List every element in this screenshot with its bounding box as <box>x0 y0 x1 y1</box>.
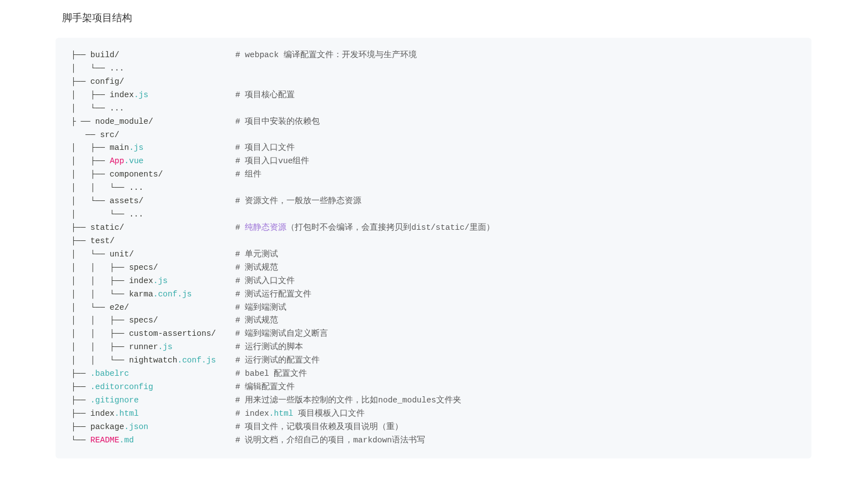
tree-segment-cmt: # 运行测试的配置文件 <box>235 356 320 365</box>
tree-segment-path: │ ├── <box>71 157 110 165</box>
tree-segment-path: / <box>114 130 119 139</box>
tree-line: │ └── ... <box>71 62 796 75</box>
tree-segment-cmt: # 单元测试 <box>235 250 278 259</box>
tree-segment-cmt: # 测试入口文件 <box>235 276 295 285</box>
tree-segment-cmt: # 项目入口文件 <box>235 143 295 152</box>
document-container: 脚手架项目结构 ├── build/ # webpack 编译配置文件：开发环境… <box>0 0 867 470</box>
tree-segment-path: / <box>153 263 235 272</box>
tree-segment-path: │ └── ... <box>71 210 144 219</box>
tree-segment-str: App <box>110 157 124 165</box>
tree-line: │ │ ├── specs/ # 测试规范 <box>71 261 796 275</box>
tree-line: │ │ ├── index.js # 测试入口文件 <box>71 275 796 288</box>
tree-segment-path: test <box>90 236 110 245</box>
tree-segment-path: / <box>129 250 235 259</box>
tree-line: │ ├── App.vue # 项目入口vue组件 <box>71 155 796 168</box>
tree-segment-path: │ │ └── karma <box>71 290 153 299</box>
tree-segment-cmt: # <box>235 223 245 232</box>
tree-segment-attr: .js <box>201 356 216 365</box>
tree-segment-path: │ │ ├── runner <box>71 342 158 351</box>
tree-segment-path: / <box>114 51 235 59</box>
tree-segment-path: │ ├── index <box>71 90 134 99</box>
tree-line: ├── index.html # index.html 项目模板入口文件 <box>71 407 796 421</box>
tree-segment-attr: .conf <box>177 356 201 365</box>
tree-segment-path <box>139 409 235 418</box>
tree-segment-path: │ └── ... <box>71 104 124 113</box>
tree-segment-attr: .js <box>153 276 168 285</box>
tree-segment-cmt: # webpack 编译配置文件：开发环境与生产环境 <box>235 51 417 59</box>
tree-segment-path: / <box>110 236 115 245</box>
tree-segment-path: │ └── e2e <box>71 303 124 312</box>
tree-segment-path: │ │ ├── custom-assertions <box>71 329 211 338</box>
tree-line: │ ├── index.js # 项目核心配置 <box>71 89 796 102</box>
tree-segment-cmt: # 说明文档，介绍自己的项目，markdown语法书写 <box>235 436 425 445</box>
tree-segment-path: │ │ └── ... <box>71 183 144 192</box>
tree-segment-path: │ └── assets <box>71 196 139 205</box>
tree-line: ├── .babelrc # babel 配置文件 <box>71 367 796 381</box>
tree-segment-path <box>144 157 235 165</box>
tree-line: ├── .gitignore # 用来过滤一些版本控制的文件，比如node_mo… <box>71 394 796 407</box>
tree-segment-cmt: # 项目文件，记载项目依赖及项目说明（重） <box>235 422 403 431</box>
tree-segment-cmt: 项目模板入口文件 <box>293 409 365 418</box>
tree-segment-path: node_module <box>95 117 149 126</box>
tree-line: ├ ── node_module/ # 项目中安装的依赖包 <box>71 115 796 129</box>
tree-line: │ ├── components/ # 组件 <box>71 168 796 182</box>
tree-line: │ │ ├── specs/ # 测试规范 <box>71 314 796 327</box>
tree-segment-cmt: # 用来过滤一些版本控制的文件，比如node_modules文件夹 <box>235 396 461 405</box>
tree-segment-attr: .js <box>134 90 148 99</box>
tree-segment-attr: .html <box>269 409 294 418</box>
tree-segment-path <box>129 369 235 378</box>
tree-segment-cmt: # 测试规范 <box>235 263 278 272</box>
tree-segment-cmt: # 测试运行配置文件 <box>235 290 311 299</box>
tree-line: └── README.md # 说明文档，介绍自己的项目，markdown语法书… <box>71 434 796 447</box>
tree-segment-path: static <box>90 223 119 232</box>
tree-segment-path <box>139 396 235 405</box>
tree-line: ├── static/ # 纯静态资源（打包时不会编译，会直接拷贝到dist/s… <box>71 221 796 235</box>
tree-segment-path: ├ ── <box>71 117 95 126</box>
tree-segment-path <box>148 422 235 431</box>
tree-segment-attr: .gitignore <box>90 396 139 405</box>
tree-segment-cmt: # 项目入口vue组件 <box>235 157 310 165</box>
tree-segment-path: ├── package <box>71 422 124 431</box>
tree-line: │ └── ... <box>71 208 796 221</box>
tree-segment-path: / <box>119 223 235 232</box>
tree-segment-path: │ └── unit <box>71 250 129 259</box>
tree-segment-path: │ │ └── nightwatch <box>71 356 177 365</box>
tree-segment-path: │ │ ├── specs <box>71 263 153 272</box>
tree-segment-cmt: # 测试规范 <box>235 316 278 325</box>
tree-segment-attr: .js <box>177 290 191 299</box>
tree-line: │ └── unit/ # 单元测试 <box>71 248 796 261</box>
tree-segment-attr: .babelrc <box>90 369 129 378</box>
tree-segment-attr: .vue <box>124 157 144 165</box>
tree-segment-path: │ ├── main <box>71 143 129 152</box>
tree-line: ├── config/ <box>71 75 796 89</box>
section-heading: 脚手架项目结构 <box>62 11 811 24</box>
tree-segment-path: │ │ ├── specs <box>71 316 153 325</box>
tree-segment-path: / <box>211 329 235 338</box>
tree-segment-path: ├── <box>71 77 90 86</box>
tree-segment-path: │ ├── components <box>71 170 158 179</box>
tree-segment-attr: .md <box>119 436 134 445</box>
tree-line: │ │ ├── runner.js # 运行测试的脚本 <box>71 341 796 354</box>
tree-segment-cmt: （打包时不会编译，会直接拷贝到dist/static/里面） <box>286 223 494 232</box>
tree-segment-cmt: # 运行测试的脚本 <box>235 342 303 351</box>
tree-segment-cmt: # babel 配置文件 <box>235 369 308 378</box>
tree-segment-path <box>216 356 235 365</box>
tree-segment-cmt: # 资源文件，一般放一些静态资源 <box>235 196 361 205</box>
tree-segment-path: config <box>90 77 119 86</box>
tree-segment-cmt: # 组件 <box>235 170 261 179</box>
tree-segment-path: ├── <box>71 369 90 378</box>
tree-line: │ │ └── ... <box>71 182 796 195</box>
tree-segment-path: ├── <box>71 396 90 405</box>
tree-line: │ │ ├── custom-assertions/ # 端到端测试自定义断言 <box>71 327 796 341</box>
tree-segment-path: ├── <box>71 51 90 59</box>
tree-segment-attr: .editorconfig <box>90 382 153 391</box>
tree-segment-path: / <box>148 117 235 126</box>
tree-line: │ └── ... <box>71 102 796 115</box>
tree-segment-cmt: # index <box>235 409 269 418</box>
tree-segment-attr: .js <box>158 342 173 351</box>
tree-segment-hl: 纯静态资源 <box>245 223 286 232</box>
tree-segment-path <box>173 342 235 351</box>
tree-segment-attr: .json <box>124 422 149 431</box>
tree-segment-path: │ └── ... <box>71 64 124 73</box>
tree-line: ├── test/ <box>71 235 796 248</box>
